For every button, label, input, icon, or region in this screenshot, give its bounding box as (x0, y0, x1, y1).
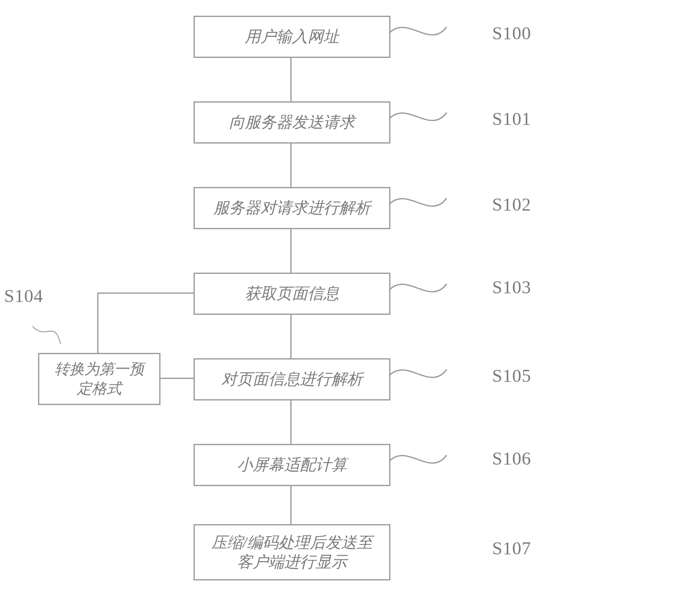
step-s101-text: 向服务器发送请求 (229, 113, 355, 132)
label-s104: S104 (4, 285, 43, 307)
step-s104-text: 转换为第一预 定格式 (55, 360, 144, 398)
callout-s101 (389, 106, 447, 127)
label-s106: S106 (492, 448, 531, 469)
label-s101: S101 (492, 108, 531, 129)
connector-s103-branch-v (97, 292, 98, 353)
callout-s100 (389, 21, 447, 41)
connector-s100-s101 (290, 57, 292, 101)
step-s107-box: 压缩/编码处理后发送至 客户端进行显示 (194, 524, 390, 580)
connector-s105-s106 (290, 399, 292, 444)
callout-s105 (389, 363, 447, 384)
step-s104-box: 转换为第一预 定格式 (38, 353, 160, 405)
connector-s104-s105 (159, 378, 194, 379)
step-s101-box: 向服务器发送请求 (194, 101, 390, 144)
step-s105-text: 对页面信息进行解析 (221, 369, 363, 389)
step-s100-box: 用户输入网址 (194, 16, 390, 58)
step-s102-text: 服务器对请求进行解析 (213, 198, 371, 218)
step-s102-box: 服务器对请求进行解析 (194, 187, 390, 229)
step-s106-box: 小屏幕适配计算 (194, 444, 390, 486)
connector-s102-s103 (290, 228, 292, 273)
step-s103-text: 获取页面信息 (245, 284, 339, 304)
label-s107: S107 (492, 538, 531, 559)
connector-s106-s107 (290, 485, 292, 524)
flowchart-canvas: 用户输入网址 向服务器发送请求 服务器对请求进行解析 获取页面信息 对页面信息进… (0, 0, 677, 616)
label-s103: S103 (492, 277, 531, 298)
callout-s103 (389, 278, 447, 298)
step-s106-text: 小屏幕适配计算 (237, 455, 347, 475)
callout-s106 (389, 449, 447, 470)
label-s102: S102 (492, 194, 531, 215)
step-s107-text: 压缩/编码处理后发送至 客户端进行显示 (211, 533, 373, 572)
step-s105-box: 对页面信息进行解析 (194, 358, 390, 400)
connector-s101-s102 (290, 142, 292, 187)
connector-s103-branch-h (97, 292, 194, 294)
label-s105: S105 (492, 365, 531, 386)
callout-s102 (389, 192, 447, 213)
label-s100: S100 (492, 23, 531, 44)
step-s103-box: 获取页面信息 (194, 273, 390, 315)
connector-s103-s105 (290, 314, 292, 358)
callout-s104 (23, 325, 81, 345)
step-s100-text: 用户输入网址 (245, 27, 339, 47)
